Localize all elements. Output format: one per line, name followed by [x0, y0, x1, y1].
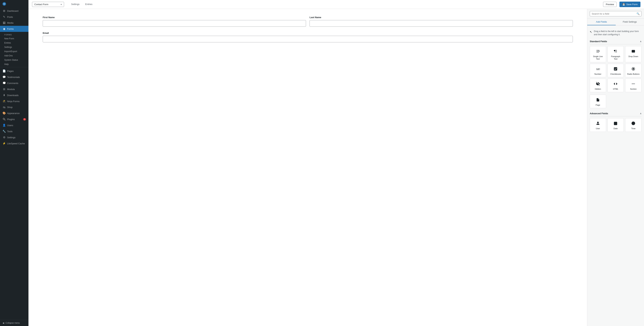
section-icon: [631, 81, 635, 86]
page-icon: [596, 97, 600, 102]
sidebar-item-label: Dashboard: [7, 10, 18, 12]
field-search-wrap: 🔍: [587, 9, 644, 19]
svg-rect-11: [614, 122, 617, 125]
field-card-number[interactable]: 123 Number: [590, 64, 606, 77]
downloads-icon: ⬇: [2, 94, 6, 97]
email-input[interactable]: [43, 36, 573, 42]
sidebar-item-label: Modula: [7, 88, 15, 90]
testimonials-icon: 💬: [2, 76, 6, 79]
tab-entries[interactable]: Entries: [82, 0, 95, 8]
sidebar-item-appearance[interactable]: 🎨 Appearance: [0, 110, 28, 116]
sidebar-item-media[interactable]: 🖼 Media: [0, 20, 28, 26]
sidebar-item-downloads[interactable]: ⬇ Downloads: [0, 92, 28, 98]
forms-section-header: Forms: [2, 32, 28, 36]
tab-add-fields[interactable]: Add Fields: [587, 19, 616, 25]
help-label: Help: [4, 63, 9, 66]
section-label: Section: [630, 88, 637, 90]
sidebar-item-ninja-forms[interactable]: 🥷 Ninja Forms: [0, 98, 28, 104]
advanced-fields-header[interactable]: Advanced Fields ∧: [590, 111, 642, 116]
field-card-html[interactable]: HTML: [608, 79, 624, 92]
sidebar-item-shop[interactable]: 🛍 Shop: [0, 104, 28, 110]
drop-down-label: Drop Down: [628, 55, 638, 58]
sidebar-item-system-status[interactable]: System Status: [2, 58, 28, 62]
form-selector[interactable]: Contact Form ▾: [32, 2, 64, 7]
plugins-badge: 1: [23, 118, 26, 120]
posts-icon: ✎: [2, 15, 6, 18]
field-card-drop-down[interactable]: Drop Down: [625, 46, 642, 62]
sidebar-item-import-export[interactable]: Import/Export: [2, 49, 28, 54]
sidebar-item-comments[interactable]: 💭 Comments: [0, 80, 28, 86]
field-card-date[interactable]: Date: [608, 118, 624, 132]
preview-button[interactable]: Preview: [603, 2, 616, 7]
tools-icon: 🔧: [2, 130, 6, 133]
sidebar-logo[interactable]: W: [0, 0, 28, 8]
sidebar-item-label: Posts: [7, 16, 13, 18]
sidebar-item-posts[interactable]: ✎ Posts: [0, 14, 28, 20]
sidebar-item-pages[interactable]: 📄 Pages: [0, 68, 28, 74]
sidebar-item-forms[interactable]: ◉ Forms: [0, 26, 28, 32]
sidebar-item-litespeed[interactable]: ⚡ LiteSpeed Cache: [0, 140, 28, 146]
collapse-menu-button[interactable]: ◀ Collapse menu: [0, 320, 28, 326]
form-canvas: First Name Last Name Email: [28, 9, 587, 326]
shop-icon: 🛍: [2, 106, 6, 109]
right-panel: 🔍 Add Fields Field Settings ↖ Drag a fie…: [587, 9, 644, 326]
sidebar-item-settings[interactable]: ⚙ Settings: [0, 134, 28, 140]
sidebar-item-dashboard[interactable]: ⊞ Dashboard: [0, 8, 28, 14]
litespeed-icon: ⚡: [2, 142, 6, 145]
drop-down-icon: [631, 49, 635, 54]
fields-panel: ↖ Drag a field to the left to start buil…: [587, 26, 644, 326]
sidebar-item-entries[interactable]: Entries: [2, 41, 28, 45]
sidebar-item-tools[interactable]: 🔧 Tools: [0, 128, 28, 134]
field-card-page[interactable]: Page: [590, 95, 606, 108]
dashboard-icon: ⊞: [2, 9, 6, 12]
single-line-text-icon: [596, 49, 600, 54]
tab-settings[interactable]: Settings: [68, 0, 82, 8]
radio-buttons-icon: [631, 66, 635, 71]
tab-field-settings[interactable]: Field Settings: [616, 19, 644, 25]
form-field-email: Email: [43, 32, 573, 42]
add-ons-label: Add-Ons: [4, 54, 13, 57]
sidebar-item-testimonials[interactable]: 💬 Testimonials: [0, 74, 28, 80]
pages-icon: 📄: [2, 70, 6, 72]
svg-point-10: [597, 122, 598, 123]
email-label: Email: [43, 32, 573, 34]
sidebar-item-new-form[interactable]: New Form: [2, 36, 28, 41]
collapse-arrow-icon: ◀: [2, 322, 4, 324]
sidebar-item-users[interactable]: 👤 Users: [0, 122, 28, 128]
user-icon: [596, 121, 600, 126]
field-card-single-line-text[interactable]: Single Line Text: [590, 46, 606, 62]
sidebar-item-label: Comments: [7, 82, 18, 84]
ninja-forms-icon: 🥷: [2, 100, 6, 103]
sidebar-item-add-ons[interactable]: Add-Ons: [2, 54, 28, 58]
html-icon: [614, 81, 618, 86]
field-card-radio-buttons[interactable]: Radio Buttons: [625, 64, 642, 77]
sidebar-item-label: Ninja Forms: [7, 100, 20, 103]
field-card-hidden[interactable]: Hidden: [590, 79, 606, 92]
single-line-text-label: Single Line Text: [591, 55, 604, 60]
forms-submenu: Forms New Form Entries Settings Import/E…: [0, 32, 28, 66]
standard-fields-header[interactable]: Standard Fields ∧: [590, 38, 642, 44]
advanced-fields-label: Advanced Fields: [590, 112, 608, 115]
save-form-button[interactable]: 💾 Save Form: [620, 2, 640, 7]
field-card-section[interactable]: Section: [625, 79, 642, 92]
first-name-input[interactable]: [43, 20, 306, 27]
number-icon: 123: [596, 66, 600, 71]
field-card-time[interactable]: Time: [625, 118, 642, 132]
form-field-first-name: First Name: [43, 16, 306, 27]
last-name-label: Last Name: [310, 16, 573, 19]
html-label: HTML: [613, 88, 618, 90]
hidden-icon: [596, 81, 600, 86]
import-export-label: Import/Export: [4, 50, 17, 53]
last-name-input[interactable]: [310, 20, 573, 27]
svg-rect-5: [614, 67, 617, 70]
field-card-user[interactable]: User: [590, 118, 606, 132]
search-input[interactable]: [592, 12, 636, 15]
page-label: Page: [596, 104, 600, 106]
sidebar-item-help[interactable]: Help: [2, 62, 28, 66]
sidebar-item-plugins[interactable]: 🔌 Plugins 1: [0, 116, 28, 122]
field-card-paragraph-text[interactable]: Paragraph Text: [608, 46, 624, 62]
sidebar-item-settings-sub[interactable]: Settings: [2, 45, 28, 49]
field-card-checkboxes[interactable]: Checkboxes: [608, 64, 624, 77]
modula-icon: ⊞: [2, 88, 6, 91]
sidebar-item-modula[interactable]: ⊞ Modula: [0, 86, 28, 92]
